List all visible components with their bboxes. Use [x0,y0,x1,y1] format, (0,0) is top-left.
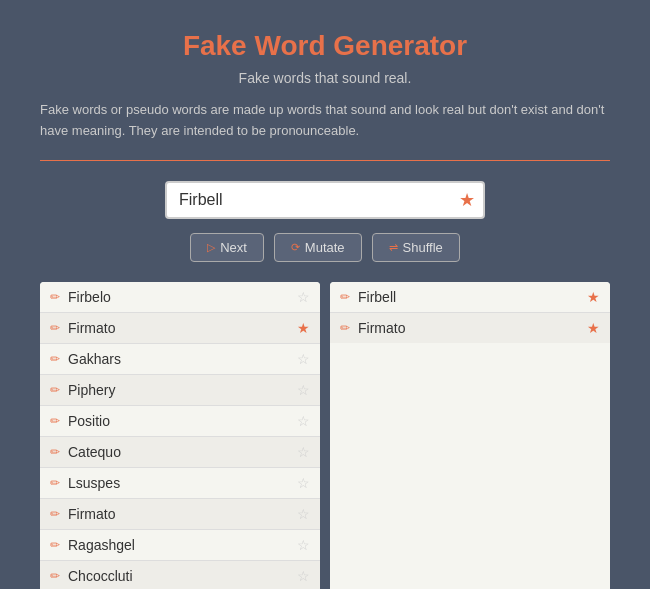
word-text: Firbelo [68,289,297,305]
shuffle-icon: ⇌ [389,241,398,254]
list-item: ✏ Firmato ★ [40,313,320,344]
page-subtitle: Fake words that sound real. [40,70,610,86]
page-description: Fake words or pseudo words are made up w… [40,100,610,142]
word-text: Catequo [68,444,297,460]
star-icon[interactable]: ☆ [297,382,310,398]
page-wrapper: Fake Word Generator Fake words that soun… [0,0,650,589]
edit-icon[interactable]: ✏ [50,445,60,459]
star-icon[interactable]: ☆ [297,351,310,367]
star-icon[interactable]: ☆ [297,289,310,305]
edit-icon[interactable]: ✏ [50,321,60,335]
edit-icon[interactable]: ✏ [50,414,60,428]
star-icon[interactable]: ☆ [297,568,310,584]
lists-container: ✏ Firbelo ☆ ✏ Firmato ★ ✏ Gakhars ☆ ✏ Pi… [40,282,610,589]
star-icon[interactable]: ☆ [297,506,310,522]
next-icon: ▷ [207,241,215,254]
list-item: ✏ Ragashgel ☆ [40,530,320,561]
mutate-button[interactable]: ⟳ Mutate [274,233,362,262]
star-icon[interactable]: ☆ [297,444,310,460]
right-word-list: ✏ Firbell ★ ✏ Firmato ★ [330,282,610,589]
list-item: ✏ Chcoccluti ☆ [40,561,320,589]
list-item: ✏ Positio ☆ [40,406,320,437]
word-text: Piphery [68,382,297,398]
next-button[interactable]: ▷ Next [190,233,264,262]
list-item: ✏ Firmato ☆ [40,499,320,530]
next-label: Next [220,240,247,255]
mutate-label: Mutate [305,240,345,255]
word-text: Firbell [358,289,587,305]
list-item: ✏ Firmato ★ [330,313,610,343]
edit-icon[interactable]: ✏ [50,290,60,304]
left-word-list: ✏ Firbelo ☆ ✏ Firmato ★ ✏ Gakhars ☆ ✏ Pi… [40,282,320,589]
word-text: Gakhars [68,351,297,367]
word-text: Ragashgel [68,537,297,553]
word-text: Lsuspes [68,475,297,491]
word-text: Firmato [68,506,297,522]
shuffle-button[interactable]: ⇌ Shuffle [372,233,460,262]
edit-icon[interactable]: ✏ [340,321,350,335]
edit-icon[interactable]: ✏ [50,538,60,552]
star-icon[interactable]: ★ [587,320,600,336]
edit-icon[interactable]: ✏ [50,507,60,521]
list-item: ✏ Piphery ☆ [40,375,320,406]
input-container: ★ [165,181,485,219]
word-text: Firmato [358,320,587,336]
list-item: ✏ Catequo ☆ [40,437,320,468]
star-icon[interactable]: ★ [587,289,600,305]
input-star-icon[interactable]: ★ [459,189,475,211]
mutate-icon: ⟳ [291,241,300,254]
word-text: Chcoccluti [68,568,297,584]
input-row: ★ [40,181,610,219]
buttons-row: ▷ Next ⟳ Mutate ⇌ Shuffle [40,233,610,262]
word-input[interactable] [165,181,485,219]
star-icon[interactable]: ★ [297,320,310,336]
list-item: ✏ Lsuspes ☆ [40,468,320,499]
star-icon[interactable]: ☆ [297,537,310,553]
shuffle-label: Shuffle [403,240,443,255]
list-item: ✏ Gakhars ☆ [40,344,320,375]
edit-icon[interactable]: ✏ [50,476,60,490]
list-item: ✏ Firbelo ☆ [40,282,320,313]
star-icon[interactable]: ☆ [297,413,310,429]
edit-icon[interactable]: ✏ [50,569,60,583]
word-text: Positio [68,413,297,429]
edit-icon[interactable]: ✏ [50,383,60,397]
star-icon[interactable]: ☆ [297,475,310,491]
list-item: ✏ Firbell ★ [330,282,610,313]
edit-icon[interactable]: ✏ [50,352,60,366]
page-title: Fake Word Generator [40,30,610,62]
divider [40,160,610,161]
edit-icon[interactable]: ✏ [340,290,350,304]
word-text: Firmato [68,320,297,336]
